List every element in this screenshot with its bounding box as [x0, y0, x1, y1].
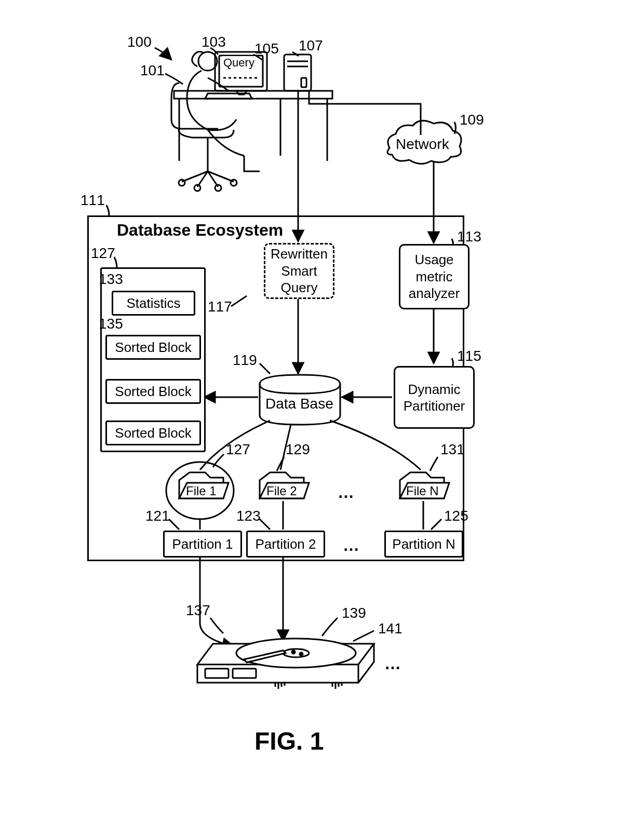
svg-point-24 — [292, 650, 295, 654]
partition2-text: Partition 2 — [248, 536, 324, 553]
sorted-block-2-text: Sorted Block — [107, 383, 199, 400]
partition2-box: Partition 2 — [246, 531, 325, 558]
rewritten-smart-query-text: Rewritten Smart Query — [265, 246, 333, 296]
figure-caption: FIG. 1 — [254, 727, 324, 755]
statistics-box: Statistics — [112, 291, 195, 316]
ref-125: 125 — [444, 508, 468, 524]
file2-label: File 2 — [266, 484, 297, 498]
sorted-block-1-text: Sorted Block — [107, 339, 199, 356]
network-label: Network — [396, 136, 449, 153]
svg-rect-9 — [301, 78, 306, 87]
svg-line-13 — [208, 171, 234, 182]
files-ellipsis: … — [338, 483, 354, 502]
partition1-box: Partition 1 — [163, 531, 242, 558]
svg-point-19 — [215, 185, 221, 191]
ref-103: 103 — [202, 34, 226, 50]
ref-100: 100 — [127, 34, 152, 50]
ref-123: 123 — [236, 508, 261, 524]
ecosystem-title: Database Ecosystem — [117, 221, 283, 240]
fileN-label: File N — [406, 484, 439, 498]
svg-point-16 — [179, 180, 185, 186]
ref-107: 107 — [299, 37, 323, 54]
ref-119: 119 — [233, 352, 257, 369]
ref-141: 141 — [378, 620, 403, 637]
workstation-illustration — [171, 52, 332, 191]
rewritten-smart-query-box: Rewritten Smart Query — [264, 243, 334, 299]
svg-point-17 — [231, 180, 237, 186]
ref-115: 115 — [457, 348, 481, 364]
ref-129: 129 — [286, 441, 310, 458]
ref-121: 121 — [145, 508, 170, 524]
ref-133: 133 — [99, 271, 123, 288]
svg-rect-21 — [233, 669, 256, 678]
ref-137: 137 — [186, 602, 210, 619]
svg-rect-6 — [284, 55, 311, 91]
disks-ellipsis: … — [384, 654, 401, 673]
sorted-block-3: Sorted Block — [105, 420, 201, 445]
svg-line-15 — [208, 171, 218, 187]
ref-111: 111 — [81, 192, 105, 209]
svg-point-10 — [198, 52, 217, 71]
ref-131: 131 — [440, 441, 465, 458]
query-label: Query — [222, 56, 256, 70]
svg-point-18 — [194, 185, 200, 191]
ref-127b: 127 — [226, 441, 250, 458]
file1-label: File 1 — [186, 484, 217, 498]
ref-113: 113 — [457, 228, 481, 245]
ref-109: 109 — [460, 112, 484, 128]
svg-line-14 — [197, 171, 208, 187]
dynamic-partitioner-box: Dynamic Partitioner — [394, 366, 475, 429]
partitionN-text: Partition N — [386, 536, 462, 553]
partitionN-box: Partition N — [384, 531, 463, 558]
svg-point-25 — [300, 653, 303, 656]
ref-105: 105 — [254, 40, 279, 57]
disk-drive-shape — [197, 639, 374, 689]
statistics-text: Statistics — [113, 295, 194, 312]
svg-rect-20 — [205, 669, 229, 678]
ref-139: 139 — [342, 605, 366, 621]
database-label: Data Base — [265, 396, 333, 412]
sorted-block-1: Sorted Block — [105, 335, 201, 360]
sorted-block-3-text: Sorted Block — [107, 425, 199, 442]
usage-metric-analyzer-box: Usage metric analyzer — [399, 244, 469, 309]
partitions-ellipsis: … — [343, 536, 359, 555]
partition1-text: Partition 1 — [165, 536, 240, 553]
svg-point-23 — [283, 649, 309, 657]
sorted-block-2: Sorted Block — [105, 379, 201, 404]
usage-metric-analyzer-text: Usage metric analyzer — [400, 251, 468, 302]
ref-135: 135 — [99, 316, 123, 332]
svg-point-22 — [236, 639, 356, 668]
ref-127a: 127 — [91, 245, 115, 262]
svg-line-12 — [182, 171, 208, 182]
ref-101: 101 — [140, 62, 165, 79]
ref-117: 117 — [208, 299, 232, 315]
dynamic-partitioner-text: Dynamic Partitioner — [395, 381, 473, 414]
